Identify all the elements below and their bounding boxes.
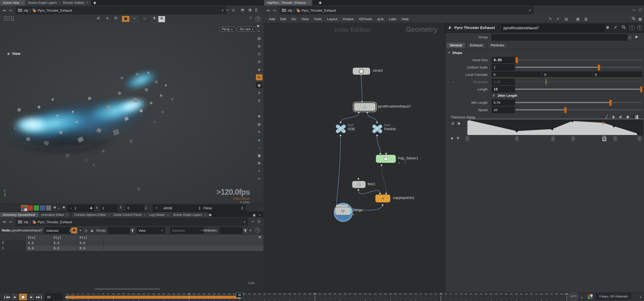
close-icon[interactable]: × <box>204 213 206 216</box>
translate-x-field[interactable]: 0 <box>492 72 541 78</box>
clamp-icon[interactable]: ⭳ <box>144 206 148 209</box>
min-length-field[interactable]: 0.75 <box>492 99 515 106</box>
detail-mode-icon[interactable]: ⬙ <box>89 227 95 233</box>
camera-select-button[interactable]: No cam ▼ <box>237 27 256 32</box>
translate-z-field[interactable]: 0 <box>593 72 642 78</box>
length-slider[interactable] <box>515 89 642 90</box>
group-type-select[interactable]: View ▼ <box>137 227 165 234</box>
wireframe-icon[interactable]: ◍ <box>256 121 262 127</box>
flipbook-icon[interactable]: ❆ <box>256 160 262 166</box>
table-corner-icon[interactable]: ▨ <box>258 235 261 239</box>
path-dropdown-icon[interactable]: ▼ <box>221 9 224 12</box>
close-icon[interactable]: × <box>22 1 23 4</box>
reference-icon[interactable]: ▫ <box>256 145 262 151</box>
ramp-stack-icon[interactable]: ⧉ <box>457 136 459 140</box>
network-breadcrumb[interactable]: obj ⟩ Pyro_Thruster_Exhaust ▼ <box>280 7 533 14</box>
view-tool-icon[interactable]: ↺ <box>94 16 102 21</box>
channel-status[interactable]: 0 keys, 0/0 channels <box>596 293 631 299</box>
ramp-gradient-icon[interactable] <box>633 115 638 119</box>
expand-up-icon[interactable]: ▲ <box>639 295 642 298</box>
ramp-point[interactable] <box>602 122 604 124</box>
tab-animation-editor[interactable]: Animation Editor× <box>38 212 71 218</box>
ramp-point-handle[interactable] <box>551 136 555 141</box>
chevron-down-icon[interactable]: ▼ <box>58 208 60 210</box>
funnel-icon[interactable] <box>242 227 248 234</box>
float-panel-icon[interactable]: 🖵 <box>639 8 642 12</box>
pane-maximize-icon[interactable]: ▣ <box>253 213 256 217</box>
cut-icon[interactable]: ✂ <box>256 176 262 182</box>
jitter-length-checkbox[interactable]: ✓ <box>492 93 496 98</box>
pin-icon[interactable]: ⊸ <box>251 219 254 223</box>
list-options-icon[interactable]: ≡ <box>249 228 251 232</box>
sheet-breadcrumb[interactable]: obj ⟩ Pyro_Thruster_Exhaust ▼ <box>16 218 248 226</box>
tab-context-options[interactable]: Context Options Editor× <box>72 212 113 218</box>
menu-tools[interactable]: Tools <box>314 17 322 21</box>
brightness-high-icon[interactable]: ✹ <box>62 206 65 209</box>
alpha-channel-icon[interactable] <box>46 205 51 211</box>
path-dropdown-icon[interactable]: ▼ <box>243 221 246 223</box>
brush-icon[interactable]: ✐ <box>557 17 559 21</box>
tab-particles[interactable]: Particles <box>487 42 508 48</box>
back-icon[interactable]: ⬅ <box>265 8 271 13</box>
shape-section-header[interactable]: ▼ Shape <box>448 51 462 55</box>
panel-icon[interactable]: ▯ <box>255 8 257 12</box>
cplane-icon[interactable]: ▲ <box>256 137 262 143</box>
blue-channel-icon[interactable] <box>40 205 45 211</box>
points-icon[interactable]: ✦ <box>256 90 262 96</box>
move-tool-icon[interactable]: ⇱ <box>112 16 120 21</box>
menu-labs[interactable]: Labs <box>389 17 396 21</box>
contrast-field[interactable]: 1 <box>100 205 117 211</box>
attributes-field[interactable] <box>220 227 245 234</box>
thickness-field[interactable]: 0.25 <box>492 79 515 85</box>
translate-y-field[interactable]: 0 <box>542 72 592 78</box>
playhead-marker[interactable] <box>238 297 240 299</box>
speed-field[interactable]: 10 <box>492 107 515 113</box>
orbit-disabled-icon[interactable]: ◎ <box>141 16 148 21</box>
ramp-add-point-button[interactable]: ✚ <box>456 120 462 126</box>
tab-clone-control[interactable]: Clone Control Panel× <box>111 212 148 218</box>
objects-icon[interactable]: ⬔ <box>248 8 251 12</box>
keyframe-colors-icon[interactable] <box>587 294 593 299</box>
info-icon[interactable]: i <box>629 25 634 30</box>
select-tool-icon[interactable]: ⇖ <box>104 16 111 21</box>
point-mode-icon[interactable]: ● <box>78 227 83 233</box>
ramp-point[interactable] <box>516 130 518 132</box>
select-mode-icon[interactable]: ◈ <box>256 66 262 73</box>
voxel-size-slider[interactable] <box>515 59 642 60</box>
select-arrow-icon[interactable]: ➤ <box>635 34 638 40</box>
handles-tool-icon[interactable]: ⚉ <box>122 16 129 22</box>
view-cube-icon[interactable]: ⬒ <box>241 8 244 12</box>
layout-icon[interactable]: ▤ <box>256 35 262 41</box>
prim-mode-icon[interactable]: ◇ <box>83 227 89 233</box>
volume-attribs-icon[interactable]: ✱ <box>71 227 77 233</box>
pane-menu-icon[interactable]: ▼ <box>259 214 261 216</box>
forward-icon[interactable]: ➡ <box>272 8 278 13</box>
ramp-point[interactable] <box>613 125 615 127</box>
breadcrumb-root[interactable]: obj <box>24 9 28 12</box>
group-filter-field[interactable] <box>108 227 132 234</box>
close-icon[interactable]: × <box>66 213 68 216</box>
playhead[interactable]: 35 <box>236 293 243 298</box>
breadcrumb-node[interactable]: Pyro_Thruster_Exhaust <box>301 9 336 12</box>
breadcrumb-root[interactable]: obj <box>24 220 28 224</box>
voxel-size-field[interactable]: 0.05 <box>492 57 515 63</box>
ramp-point-handle[interactable] <box>613 136 617 141</box>
help-icon[interactable]: ? <box>637 25 642 30</box>
group-dropdown-button[interactable]: ▼ <box>627 34 633 41</box>
ramp-point-handle[interactable] <box>515 136 519 141</box>
node-merge[interactable] <box>335 207 351 215</box>
min-length-slider[interactable] <box>515 102 642 103</box>
length-field[interactable]: 15 <box>492 86 515 92</box>
lighting-icon[interactable]: ☀ <box>256 74 262 80</box>
snap-points-icon[interactable]: ⚗ <box>151 16 158 22</box>
gamma-field[interactable]: 1 <box>73 205 90 211</box>
help-icon[interactable]: ? <box>255 16 260 21</box>
node-particle[interactable] <box>371 123 383 133</box>
close-icon[interactable]: × <box>108 213 110 216</box>
back-icon[interactable]: ⬅ <box>1 219 7 224</box>
material-icon[interactable]: ▣ <box>256 82 262 88</box>
forward-icon[interactable]: ➡ <box>8 8 14 13</box>
node-copytopoints1[interactable]: ✳ <box>375 194 390 203</box>
node-box1[interactable] <box>352 181 366 188</box>
grid-view-icon[interactable]: ▥ <box>584 17 588 21</box>
